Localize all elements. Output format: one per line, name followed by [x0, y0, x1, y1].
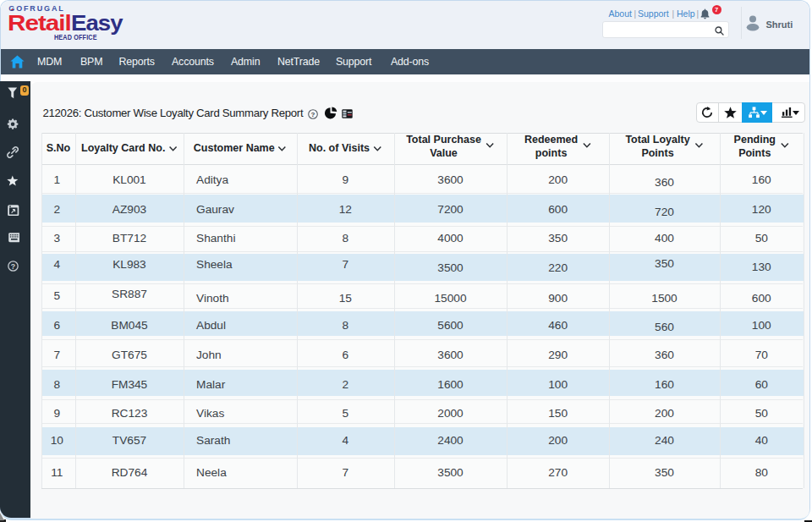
svg-text:?: ? — [11, 261, 15, 270]
svg-text:?: ? — [311, 111, 315, 118]
